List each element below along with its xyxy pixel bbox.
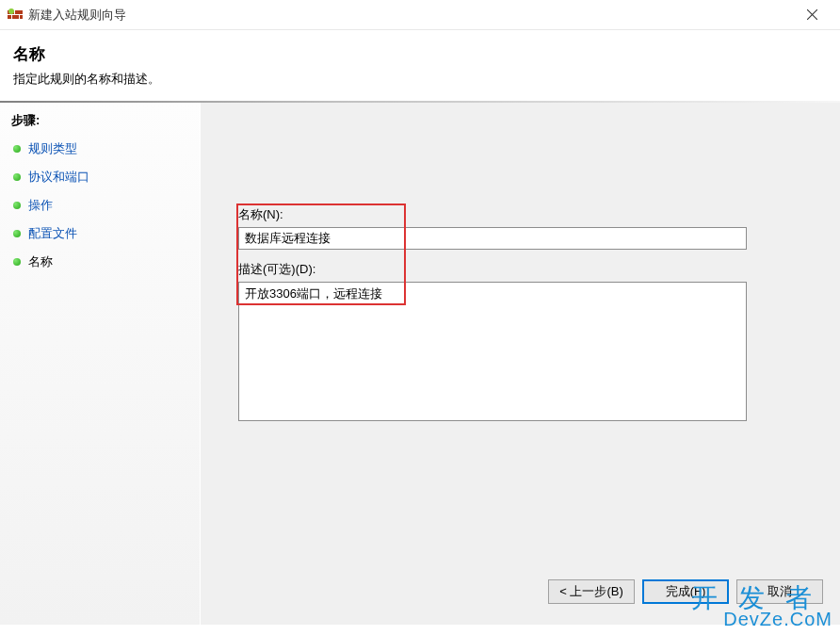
step-label: 配置文件 (28, 225, 77, 242)
svg-rect-3 (12, 15, 19, 19)
steps-sidebar: 步骤: 规则类型 协议和端口 操作 配置文件 名称 (0, 103, 201, 625)
wizard-buttons: < 上一步(B) 完成(F) 取消 (548, 579, 823, 604)
bullet-icon (13, 173, 21, 181)
name-input[interactable] (238, 227, 747, 250)
description-label: 描述(可选)(D): (238, 261, 812, 278)
bullet-icon (13, 258, 21, 266)
step-action[interactable]: 操作 (0, 191, 200, 220)
svg-point-5 (8, 8, 14, 14)
svg-rect-2 (8, 15, 11, 19)
window-title: 新建入站规则向导 (28, 7, 791, 24)
step-label: 名称 (28, 253, 53, 270)
wizard-header: 名称 指定此规则的名称和描述。 (0, 30, 840, 97)
step-profile[interactable]: 配置文件 (0, 220, 200, 248)
back-button[interactable]: < 上一步(B) (548, 579, 635, 604)
svg-rect-4 (20, 15, 23, 19)
name-label: 名称(N): (238, 206, 812, 223)
bullet-icon (13, 145, 21, 153)
step-name[interactable]: 名称 (0, 248, 200, 276)
finish-button[interactable]: 完成(F) (642, 579, 729, 604)
firewall-icon (8, 8, 23, 23)
step-protocol-port[interactable]: 协议和端口 (0, 163, 200, 191)
bullet-icon (13, 202, 21, 209)
wizard-body: 步骤: 规则类型 协议和端口 操作 配置文件 名称 名称(N): 描述(可选)(… (0, 103, 840, 625)
page-title: 名称 (13, 43, 823, 65)
step-label: 操作 (28, 197, 53, 214)
title-bar: 新建入站规则向导 (0, 0, 840, 30)
close-button[interactable] (791, 1, 832, 29)
steps-heading: 步骤: (0, 108, 200, 135)
close-icon (807, 9, 817, 20)
bullet-icon (13, 230, 21, 237)
step-label: 协议和端口 (28, 169, 89, 186)
wizard-content: 名称(N): 描述(可选)(D): < 上一步(B) 完成(F) 取消 (201, 103, 840, 625)
step-rule-type[interactable]: 规则类型 (0, 135, 200, 163)
cancel-button[interactable]: 取消 (736, 579, 823, 604)
page-subtitle: 指定此规则的名称和描述。 (13, 71, 823, 88)
svg-rect-1 (15, 10, 23, 14)
description-input[interactable] (238, 282, 747, 421)
step-label: 规则类型 (28, 140, 77, 157)
